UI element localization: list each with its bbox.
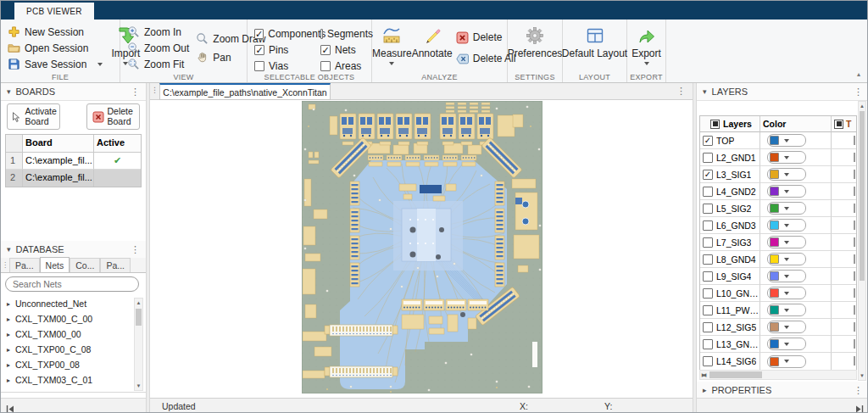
scrollbar-thumb[interactable] <box>136 309 142 326</box>
layer-color-dropdown[interactable] <box>767 219 806 232</box>
zoom-in-button[interactable]: Zoom In <box>125 24 191 40</box>
layer-row[interactable]: L6_GND3 <box>700 217 856 234</box>
delete-board-button[interactable]: Delete Board <box>86 103 140 130</box>
checkbox[interactable] <box>320 61 331 71</box>
selectable-components[interactable]: ✓Components <box>254 25 320 42</box>
layer-row[interactable]: ✓TOP <box>700 132 856 149</box>
layer-color-dropdown[interactable] <box>767 355 806 368</box>
scroll-up-icon[interactable]: ▲ <box>859 102 865 110</box>
layer-visibility-checkbox[interactable] <box>703 220 713 231</box>
expand-arrow-icon[interactable]: ▸ <box>703 386 707 394</box>
open-session-button[interactable]: Open Session <box>6 40 104 56</box>
selectable-pins[interactable]: ✓Pins <box>254 42 320 58</box>
database-tab-3[interactable]: Pa... <box>100 258 131 272</box>
zoom-fit-button[interactable]: Zoom Fit <box>125 56 191 72</box>
properties-panel-header[interactable]: ▸ PROPERTIES ⋮ <box>697 382 868 399</box>
selectable-nets[interactable]: ✓Nets <box>320 42 373 58</box>
layer-visibility-checkbox[interactable] <box>703 254 713 265</box>
collapse-ribbon-button[interactable]: ▴ <box>854 70 864 79</box>
scroll-down-icon[interactable]: ▼ <box>135 382 142 390</box>
layer-color-dropdown[interactable] <box>767 338 806 350</box>
layer-visibility-checkbox[interactable] <box>703 271 713 282</box>
document-tab-menu-icon[interactable]: ⋮ <box>676 86 686 97</box>
layer-color-dropdown[interactable] <box>767 304 806 316</box>
tab-grip-icon[interactable]: ⋮ <box>151 86 159 94</box>
scroll-up-icon[interactable]: ▲ <box>135 299 142 307</box>
scrollbar-thumb[interactable] <box>709 371 762 378</box>
layer-color-dropdown[interactable] <box>767 270 806 282</box>
new-session-button[interactable]: New Session <box>6 24 104 40</box>
layers-horizontal-scrollbar[interactable]: ◀ ▶ <box>699 370 857 380</box>
layer-row[interactable]: L9_SIG4 <box>700 268 856 285</box>
layer-row[interactable]: L12_SIG5 <box>700 319 856 336</box>
scroll-down-icon[interactable]: ▼ <box>859 371 865 380</box>
database-menu-icon[interactable]: ⋮ <box>131 244 140 255</box>
expand-arrow-icon[interactable]: ▸ <box>7 315 10 323</box>
select-all-checkbox[interactable] <box>710 120 720 129</box>
layer-color-dropdown[interactable] <box>767 287 806 299</box>
properties-menu-icon[interactable]: ⋮ <box>854 385 863 396</box>
document-tab[interactable]: C:\example_file_paths\native_XconnTitan <box>159 83 331 100</box>
layer-color-dropdown[interactable] <box>767 168 806 181</box>
layer-visibility-checkbox[interactable] <box>703 305 713 315</box>
save-dropdown-caret-icon[interactable] <box>97 63 103 66</box>
collapse-arrow-icon[interactable]: ▾ <box>7 245 11 254</box>
database-tab-1[interactable]: Nets <box>40 257 70 272</box>
selectable-segments[interactable]: Segments <box>320 25 373 42</box>
net-item[interactable]: ▸CXL_TXM00_00 <box>1 326 146 342</box>
layer-color-dropdown[interactable] <box>767 253 806 265</box>
layer-row[interactable]: L14_SIG6 <box>700 353 856 370</box>
layer-row[interactable]: L5_SIG2 <box>700 200 856 217</box>
net-item[interactable]: ▸CXL_TXM00_C_00 <box>1 311 146 326</box>
selectable-areas[interactable]: Areas <box>320 58 373 74</box>
tab-grip-icon[interactable]: ⋮ <box>1 259 9 272</box>
select-all-checkbox[interactable] <box>834 120 843 129</box>
net-item[interactable]: ▸CXL_TXM03_C_01 <box>1 372 146 388</box>
layer-visibility-checkbox[interactable]: ✓ <box>703 136 713 146</box>
database-tab-0[interactable]: Pa... <box>9 258 40 272</box>
collapse-panel-right-icon[interactable] <box>854 402 864 411</box>
database-tab-2[interactable]: Co... <box>70 258 100 272</box>
checkbox[interactable] <box>254 61 264 71</box>
net-item[interactable]: ▸Unconnected_Net <box>1 296 146 311</box>
layer-visibility-checkbox[interactable]: ✓ <box>703 170 713 180</box>
net-item[interactable]: ▸CXL_TXP00_08 <box>1 357 146 372</box>
layer-row[interactable]: ✓L3_SIG1 <box>700 166 856 183</box>
scrollbar-thumb[interactable] <box>860 111 865 281</box>
layer-row[interactable]: L2_GND1 <box>700 149 856 166</box>
layer-row[interactable]: L8_GND4 <box>700 251 856 268</box>
layer-row[interactable]: L7_SIG3 <box>700 234 856 251</box>
expand-arrow-icon[interactable]: ▸ <box>7 300 10 308</box>
expand-arrow-icon[interactable]: ▸ <box>7 361 10 369</box>
layer-color-dropdown[interactable] <box>767 321 806 333</box>
layers-vertical-scrollbar[interactable]: ▲ ▼ <box>858 101 866 381</box>
layer-row[interactable]: L4_GND2 <box>700 183 856 200</box>
layer-row[interactable]: L11_PWR1 <box>700 302 856 319</box>
board-row[interactable]: 1C:\example_fil...✔ <box>6 153 141 170</box>
save-session-button[interactable]: Save Session <box>6 56 104 72</box>
activate-board-button[interactable]: Activate Board <box>7 103 60 130</box>
layer-color-dropdown[interactable] <box>767 185 806 198</box>
checkbox[interactable] <box>320 29 323 39</box>
layer-row[interactable]: L13_GND6 <box>700 336 856 353</box>
layer-color-dropdown[interactable] <box>767 202 806 215</box>
layer-color-dropdown[interactable] <box>767 134 806 147</box>
layer-visibility-checkbox[interactable] <box>703 288 713 299</box>
collapse-arrow-icon[interactable]: ▾ <box>703 87 707 96</box>
search-nets-input[interactable] <box>5 276 139 292</box>
expand-arrow-icon[interactable]: ▸ <box>7 346 10 354</box>
layer-visibility-checkbox[interactable] <box>703 237 713 248</box>
layer-color-dropdown[interactable] <box>767 151 806 164</box>
layer-visibility-checkbox[interactable] <box>703 187 713 197</box>
boards-menu-icon[interactable]: ⋮ <box>131 87 140 98</box>
layer-visibility-checkbox[interactable] <box>703 153 713 163</box>
layer-color-dropdown[interactable] <box>767 236 806 248</box>
layer-visibility-checkbox[interactable] <box>703 204 713 214</box>
collapse-arrow-icon[interactable]: ▾ <box>7 87 11 96</box>
pcb-board-image[interactable] <box>302 101 542 393</box>
board-row[interactable]: 2C:\example_fil... <box>6 170 141 187</box>
database-panel-header[interactable]: ▾ DATABASE ⋮ <box>1 241 146 259</box>
checkbox[interactable]: ✓ <box>320 45 331 55</box>
layers-panel-header[interactable]: ▾ LAYERS ⋮ <box>697 83 868 101</box>
collapse-panel-left-icon[interactable] <box>6 402 15 411</box>
